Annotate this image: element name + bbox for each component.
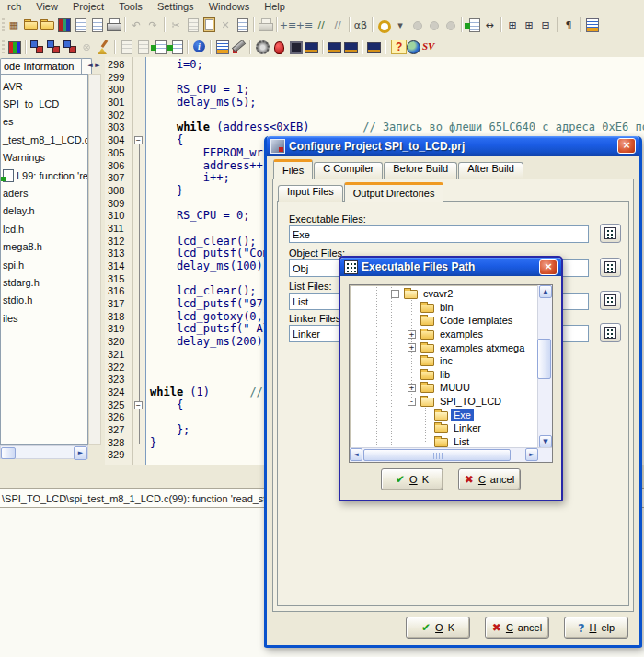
folder-tree-item[interactable]: + examples xyxy=(350,328,538,341)
help-icon[interactable] xyxy=(388,38,405,56)
word-wrap-icon[interactable]: ↔ xyxy=(481,16,498,34)
menu-view[interactable]: View xyxy=(29,1,65,12)
tab-after-build[interactable]: After Build xyxy=(458,162,523,179)
navigator-tree-item[interactable]: SPI_to_LCD xyxy=(1,95,87,112)
macro-stop-icon[interactable] xyxy=(442,16,458,34)
navigator-tree-item[interactable]: stdarg.h xyxy=(1,273,87,291)
subtab-output-directories[interactable]: Output Directories xyxy=(344,182,444,202)
expand-toggle-icon[interactable]: - xyxy=(391,290,399,298)
workspace-icon[interactable] xyxy=(6,38,22,56)
notes-icon[interactable] xyxy=(72,16,88,34)
navigator-tree-item[interactable]: mega8.h xyxy=(1,238,87,256)
cancel-button[interactable]: ✖Cancel xyxy=(485,617,549,639)
navigator-tree-item[interactable]: delay.h xyxy=(1,202,87,220)
fold-marker[interactable] xyxy=(132,386,145,399)
open-node-icon[interactable] xyxy=(45,38,62,56)
fold-marker[interactable] xyxy=(132,362,145,375)
browse-button[interactable] xyxy=(600,224,621,243)
fold-marker[interactable] xyxy=(132,285,145,298)
fold-marker[interactable] xyxy=(132,273,145,286)
code-line[interactable]: 303 while (address<0xEB) // Запись во фл… xyxy=(105,121,644,134)
fold-marker[interactable] xyxy=(132,198,145,211)
program-information-icon[interactable] xyxy=(190,38,207,56)
fold-marker[interactable] xyxy=(132,298,145,311)
fold-marker[interactable] xyxy=(132,424,145,437)
fold-marker[interactable] xyxy=(132,336,145,349)
close-project-icon[interactable]: ⊗ xyxy=(78,38,95,56)
fold-marker[interactable] xyxy=(132,236,145,248)
serial-programmer-icon[interactable] xyxy=(303,38,319,56)
navigator-tree-item[interactable]: lcd.h xyxy=(1,220,87,237)
close-icon[interactable]: × xyxy=(617,138,636,154)
lcd-module-icon[interactable] xyxy=(342,38,359,56)
compile-file2-icon[interactable] xyxy=(134,38,151,56)
folder-tree-item[interactable]: Code Templates xyxy=(350,314,538,328)
help-button[interactable]: ?Help xyxy=(564,617,628,639)
library-icon[interactable] xyxy=(55,16,72,34)
fold-marker[interactable] xyxy=(132,260,145,273)
unindent-icon[interactable]: +≡ xyxy=(296,16,313,34)
navigator-tree-item[interactable]: iles xyxy=(1,309,87,327)
fold-marker[interactable] xyxy=(132,134,145,147)
expand-toggle-icon[interactable]: + xyxy=(408,384,416,392)
fold-marker[interactable] xyxy=(132,323,145,336)
expand-all-icon[interactable]: ⊞ xyxy=(521,16,537,34)
open-project-icon[interactable] xyxy=(39,16,55,34)
fold-marker[interactable] xyxy=(132,147,145,160)
comment-icon[interactable]: // xyxy=(313,16,329,34)
expand-toggle-icon[interactable]: + xyxy=(408,343,416,352)
scroll-right-icon[interactable]: ► xyxy=(525,448,538,461)
menu-tools[interactable]: Tools xyxy=(111,1,150,12)
path-dialog-title-bar[interactable]: Executable Files Path × xyxy=(340,258,561,276)
folder-tree-item[interactable]: + MUUU xyxy=(350,381,538,395)
print-icon[interactable] xyxy=(105,16,121,34)
fold-marker[interactable] xyxy=(132,110,145,122)
debugger-bug-icon[interactable] xyxy=(270,38,286,56)
browse-button[interactable] xyxy=(600,323,621,342)
tree-horizontal-scrollbar[interactable]: ◄ ► xyxy=(350,447,552,462)
tab-code-information[interactable]: ode Information xyxy=(0,58,83,74)
scrollbar-thumb[interactable] xyxy=(363,449,511,461)
scrollbar-thumb[interactable] xyxy=(1,447,16,459)
fold-marker[interactable] xyxy=(132,411,145,424)
executable-files-input[interactable] xyxy=(289,225,589,243)
code-line[interactable]: 298 i=0; xyxy=(105,59,644,72)
folder-tree-item[interactable]: - SPI_TO_LCD xyxy=(350,395,538,409)
compile-icon[interactable] xyxy=(151,38,167,56)
new-node-icon[interactable] xyxy=(29,38,45,56)
fold-marker[interactable] xyxy=(132,223,145,236)
folder-tree-item[interactable]: List xyxy=(350,435,538,448)
code-line[interactable]: 300 RS_CPU = 1; xyxy=(105,84,644,97)
fold-marker[interactable] xyxy=(132,121,145,134)
scroll-left-icon[interactable]: ◄ xyxy=(350,448,362,461)
tab-before-build[interactable]: Before Build xyxy=(384,162,457,179)
fold-marker[interactable] xyxy=(132,172,145,185)
subtab-input-files[interactable]: Input Files xyxy=(278,185,343,202)
copy-icon[interactable] xyxy=(184,16,201,34)
pilcrow-icon[interactable]: ¶ xyxy=(560,16,577,34)
tab-scroll-left-icon[interactable]: ◄ xyxy=(86,60,94,72)
ok-button[interactable]: ✔OK xyxy=(381,468,443,490)
fold-marker[interactable] xyxy=(132,349,145,362)
close-icon[interactable]: × xyxy=(539,259,558,275)
open-file-icon[interactable] xyxy=(22,16,39,34)
navigator-tree-item[interactable]: AVR xyxy=(1,77,87,95)
uncomment-icon[interactable]: // xyxy=(329,16,346,34)
play-macro-icon[interactable] xyxy=(408,16,425,34)
fold-marker[interactable] xyxy=(132,374,145,386)
macro-dropdown-icon[interactable]: ▾ xyxy=(392,16,408,34)
menu-help[interactable]: Help xyxy=(257,1,293,12)
folder-tree-item[interactable]: Linker xyxy=(350,421,538,435)
sidebar-horizontal-scrollbar[interactable]: ► xyxy=(0,445,88,459)
fold-marker[interactable] xyxy=(132,399,145,412)
edit-configuration-icon[interactable] xyxy=(213,38,230,56)
delete-icon[interactable]: ✕ xyxy=(217,16,234,34)
fold-marker[interactable] xyxy=(132,185,145,198)
redo-icon[interactable]: ↷ xyxy=(144,16,161,34)
goto-line-icon[interactable] xyxy=(465,16,481,34)
folder-tree-item[interactable]: bin xyxy=(350,301,538,315)
terminal-icon[interactable] xyxy=(326,38,342,56)
fold-marker[interactable] xyxy=(132,449,145,462)
expand-toggle-icon[interactable]: - xyxy=(408,398,416,406)
browse-button[interactable] xyxy=(600,291,621,310)
